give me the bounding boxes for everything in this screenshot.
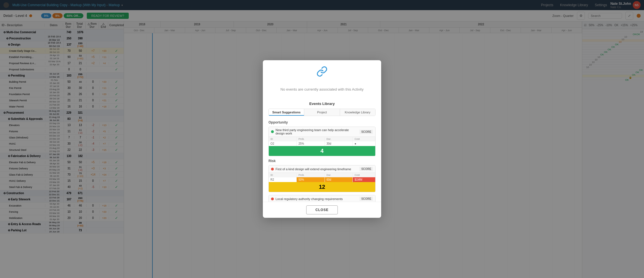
risk-col-prob: Prob. [297,173,325,177]
risk-dot-1 [271,198,274,200]
risk-score-label-0: SCORE [359,167,373,171]
opp-id-val: O2 [269,141,297,146]
opportunity-grid-0: ID Prob. Dur. Cost O2 25% 30d ● [269,137,375,146]
risk-col-cost: Cost [353,173,375,177]
opp-dur-val: 30d [325,141,353,146]
risk-score-label-1: SCORE [359,197,373,201]
tab-knowledge-library[interactable]: Knowledge Library [340,109,375,116]
opportunity-header-0: New third party engineering team can hel… [269,127,375,137]
opp-prob-val: 25% [297,141,325,146]
risk-id-0: R2 [269,177,297,182]
risk-cost-0: $1MM [353,177,375,182]
risk-prob-0: 50% [297,177,325,182]
tab-smart-suggestions[interactable]: Smart Suggestions [269,109,304,116]
opportunity-title-0: New third party engineering team can hel… [276,128,358,135]
no-events-text: No events are currently associated with … [268,82,376,97]
risk-dot-0 [271,168,274,171]
link-icon [268,66,376,79]
close-button[interactable]: CLOSE [306,205,338,214]
risk-title-1: Local regulatory authority changing requ… [276,197,343,201]
opportunity-score-label-0: SCORE [359,130,373,134]
events-library-title: Events Library [268,102,376,106]
tab-row: Smart Suggestions Project Knowledge Libr… [268,109,376,116]
risk-grid-0: ID Prob. Dur. Cost R2 50% 60d $1MM [269,173,375,182]
tab-project[interactable]: Project [304,109,340,116]
opportunity-dot-0 [271,130,274,133]
opp-col-cost: Cost [353,137,375,141]
risk-col-id: ID [269,173,297,177]
modal-footer: CLOSE [263,202,381,218]
events-modal: No events are currently associated with … [263,60,381,218]
opp-col-dur: Dur. [325,137,353,141]
opp-col-prob: Prob. [297,137,325,141]
opportunity-card-0: New third party engineering team can hel… [268,127,376,156]
risk-title-0: First of a kind design will extend engin… [276,167,351,171]
risk-score-badge-0: 12 [269,182,375,192]
opp-cost-val: ● [353,141,375,146]
risk-header-0: First of a kind design will extend engin… [269,165,375,173]
risk-section-title: Risk [268,159,376,163]
risk-header-1: Local regulatory authority changing requ… [269,195,375,202]
risk-dur-0: 60d [325,177,353,182]
risk-col-dur: Dur. [325,173,353,177]
modal-body: No events are currently associated with … [263,60,381,202]
modal-overlay: No events are currently associated with … [0,0,644,278]
opportunity-section-title: Opportunity [268,120,376,124]
opportunity-score-badge-0: 4 [269,146,375,156]
risk-card-0: First of a kind design will extend engin… [268,165,376,192]
opp-col-id: ID [269,137,297,141]
risk-card-1: Local regulatory authority changing requ… [268,195,376,202]
